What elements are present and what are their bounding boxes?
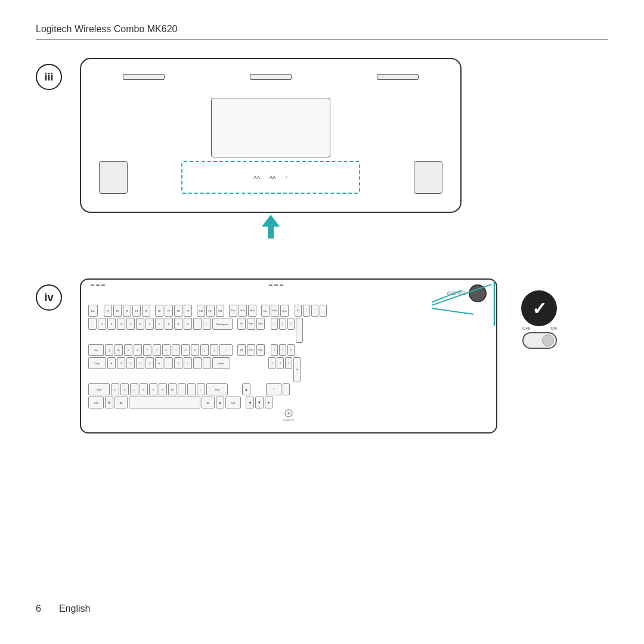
keyboard-front-outline: Esc F1 F2 F3 F4 F5 F6 F7 F8 F9 F10 bbox=[80, 278, 497, 434]
battery-door-left bbox=[99, 161, 128, 194]
key-ctrl-left: Ctrl bbox=[88, 397, 104, 408]
battery-slot-label-2: AA bbox=[270, 175, 276, 180]
key-4: 4 bbox=[126, 318, 135, 330]
page-container: Logitech Wireless Combo MK620 iii AA bbox=[0, 0, 644, 644]
key-y: Y bbox=[153, 344, 161, 356]
key-num0: 0 bbox=[266, 383, 281, 395]
power-switch-label: OFF ON bbox=[522, 326, 557, 330]
key-num2: 2 bbox=[277, 357, 284, 369]
key-9: 9 bbox=[174, 318, 182, 330]
key-0: 0 bbox=[184, 318, 192, 330]
key-print: PrtSc bbox=[229, 305, 237, 317]
slot-center bbox=[250, 74, 292, 80]
key-v: V bbox=[140, 383, 148, 395]
keyboard-inner: Esc F1 F2 F3 F4 F5 F6 F7 F8 F9 F10 bbox=[88, 284, 489, 428]
indicator-dot bbox=[274, 284, 278, 286]
key-1: 1 bbox=[98, 318, 106, 330]
keyboard-front-diagram: Esc F1 F2 F3 F4 F5 F6 F7 F8 F9 F10 bbox=[80, 278, 509, 445]
key-j: J bbox=[165, 357, 173, 369]
key-5: 5 bbox=[136, 318, 144, 330]
svg-marker-0 bbox=[262, 215, 280, 239]
step-badge-iv: iv bbox=[36, 284, 62, 311]
key-3: 3 bbox=[117, 318, 125, 330]
power-switch bbox=[522, 332, 557, 349]
key-nummul: * bbox=[311, 305, 318, 317]
page-number: 6 bbox=[36, 603, 41, 614]
checkmark-badge bbox=[521, 290, 557, 326]
key-del: Del bbox=[261, 305, 270, 317]
key-f9: F9 bbox=[184, 305, 192, 317]
key-l: L bbox=[184, 357, 192, 369]
key-num3: 3 bbox=[285, 357, 292, 369]
key-esc: Esc bbox=[88, 305, 98, 317]
key-backslash: \ bbox=[219, 344, 233, 356]
key-q: Q bbox=[105, 344, 113, 356]
key-d: D bbox=[126, 357, 135, 369]
key-num6: 6 bbox=[287, 344, 295, 356]
key-h: H bbox=[155, 357, 163, 369]
key-tab: Tab bbox=[88, 344, 104, 356]
key-tilde: ~` bbox=[88, 318, 97, 330]
key-pgup: PgUp bbox=[256, 318, 265, 330]
key-f10: F10 bbox=[197, 305, 205, 317]
key-ctrl-right: Ctrl bbox=[225, 397, 241, 408]
key-equals: = bbox=[203, 318, 211, 330]
key-semicolon: ; bbox=[193, 357, 202, 369]
indicator-group-left bbox=[91, 284, 105, 302]
key-slash: / bbox=[197, 383, 205, 395]
key-menu: ▦ bbox=[216, 397, 224, 408]
qwerty-key-row: Tab Q W E R T Y U I O P [ ] \ bbox=[88, 344, 489, 356]
fn-key-row: Esc F1 F2 F3 F4 F5 F6 F7 F8 F9 F10 bbox=[88, 305, 489, 317]
indicator-dot bbox=[96, 284, 100, 286]
key-num7: 7 bbox=[271, 318, 278, 330]
key-insert: Ins bbox=[237, 318, 246, 330]
key-f1: F1 bbox=[104, 305, 112, 317]
key-alt-left: Alt bbox=[114, 397, 128, 408]
key-home-top: Home bbox=[247, 318, 255, 330]
indicator-row bbox=[88, 284, 489, 302]
key-f4: F4 bbox=[132, 305, 141, 317]
section-iii: iii AA AA ↑ bbox=[36, 58, 608, 243]
bottom-key-row: Shift Z X C V B N M , . / Shift bbox=[88, 383, 489, 395]
indicator-dot bbox=[101, 284, 105, 286]
volume-control bbox=[458, 292, 466, 295]
key-delete-mid: Del bbox=[237, 344, 246, 356]
volume-control bbox=[447, 292, 456, 295]
key-numdot: . bbox=[283, 383, 290, 395]
key-comma: , bbox=[178, 383, 186, 395]
keyboard-back-outline: AA AA ↑ bbox=[80, 58, 462, 213]
key-win: ⊞ bbox=[105, 397, 113, 408]
key-quote: ' bbox=[203, 357, 211, 369]
key-f7: F7 bbox=[165, 305, 173, 317]
key-n: N bbox=[159, 383, 167, 395]
key-numplus: + bbox=[296, 318, 303, 343]
key-k: K bbox=[174, 357, 182, 369]
key-end-mid: End bbox=[247, 344, 255, 356]
key-f11: F11 bbox=[206, 305, 215, 317]
key-i: I bbox=[172, 344, 180, 356]
key-8: 8 bbox=[165, 318, 173, 330]
indicator-group-center bbox=[269, 284, 283, 302]
key-enter: Enter bbox=[212, 357, 230, 369]
logitech-logo: Logitech bbox=[283, 409, 295, 422]
step-badge-iii: iii bbox=[36, 64, 62, 90]
key-c: C bbox=[130, 383, 138, 395]
key-bracket-r: ] bbox=[210, 344, 218, 356]
key-o: O bbox=[181, 344, 190, 356]
insert-arrow bbox=[262, 215, 280, 239]
key-alt-right: Alt bbox=[202, 397, 215, 408]
touchpad-back bbox=[211, 98, 330, 157]
battery-slot-label-3: ↑ bbox=[286, 175, 288, 180]
receiver-button bbox=[469, 284, 487, 302]
key-shift-right: Shift bbox=[206, 383, 228, 395]
header: Logitech Wireless Combo MK620 bbox=[36, 24, 608, 40]
key-home: Home bbox=[271, 305, 279, 317]
indicator-dot bbox=[280, 284, 283, 286]
key-shift-left: Shift bbox=[88, 383, 110, 395]
key-t: T bbox=[143, 344, 151, 356]
keyboard-back-diagram: AA AA ↑ bbox=[74, 58, 467, 243]
key-numdiv: / bbox=[303, 305, 310, 317]
home-key-row: Caps A S D F G H J K L ; ' Enter bbox=[88, 357, 489, 382]
power-switch-knob bbox=[542, 335, 554, 346]
key-pgdn-mid: PgDn bbox=[256, 344, 265, 356]
